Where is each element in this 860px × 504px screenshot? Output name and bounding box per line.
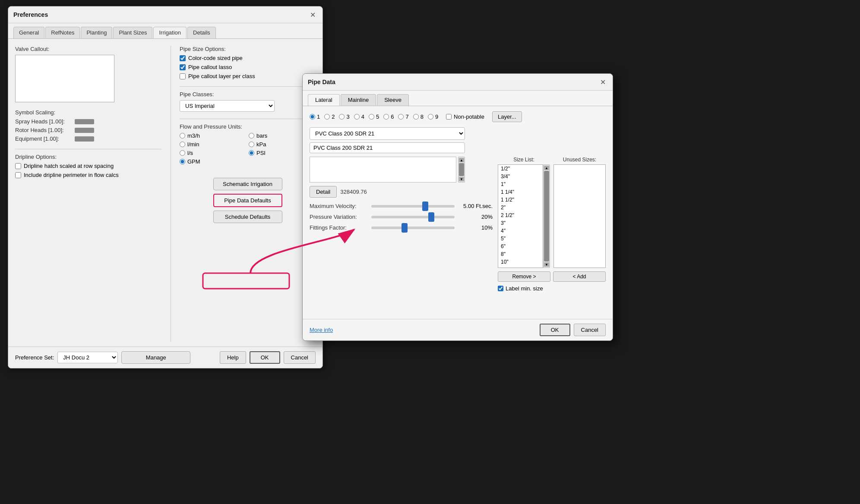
list-item[interactable]: 1 1/2"	[498, 196, 543, 204]
bars-label: bars	[256, 132, 267, 139]
radio-7-input[interactable]	[398, 114, 404, 120]
preferences-title: Preferences	[13, 11, 48, 18]
pipe-callout-layer-checkbox[interactable]	[180, 73, 186, 79]
remove-button[interactable]: Remove >	[498, 271, 550, 282]
non-potable-checkbox[interactable]	[446, 114, 452, 120]
ok-button[interactable]: OK	[250, 351, 280, 364]
tab-details[interactable]: Details	[187, 27, 216, 38]
pipe-class-dropdown[interactable]: PVC Class 200 SDR 21	[310, 127, 465, 140]
scroll-down-btn[interactable]: ▼	[459, 177, 464, 181]
dripline-hatch-checkbox[interactable]	[15, 163, 21, 169]
cancel-button[interactable]: Cancel	[284, 351, 316, 364]
non-potable-label: Non-potable	[454, 113, 484, 120]
gpm-radio[interactable]	[180, 159, 185, 164]
ls-label: l/s	[187, 150, 193, 156]
radio-3-input[interactable]	[339, 114, 345, 120]
schematic-irrigation-button[interactable]: Schematic Irrigation	[213, 178, 282, 190]
label-min-size-checkbox[interactable]	[498, 286, 503, 291]
list-item[interactable]: 12"	[498, 266, 543, 268]
list-item[interactable]: 2"	[498, 204, 543, 211]
list-item[interactable]: 6"	[498, 243, 543, 250]
list-item[interactable]: 5"	[498, 235, 543, 243]
unused-sizes-column: Unused Sizes:	[553, 157, 606, 268]
manage-button[interactable]: Manage	[121, 351, 190, 364]
list-item[interactable]: 3"	[498, 219, 543, 227]
radio-5-input[interactable]	[369, 114, 374, 120]
pipe-callout-lasso-checkbox[interactable]	[180, 64, 186, 70]
tab-lateral[interactable]: Lateral	[308, 94, 340, 106]
pipe-data-cancel-button[interactable]: Cancel	[574, 324, 606, 336]
tab-general[interactable]: General	[13, 27, 44, 38]
preferences-close-button[interactable]: ✕	[308, 10, 317, 19]
size-list-column: Size List: 1/2" 3/4" 1" 1 1/4" 1 1/2" 2"…	[498, 157, 550, 268]
list-item[interactable]: 2 1/2"	[498, 211, 543, 219]
rotor-heads-slider[interactable]	[75, 128, 94, 133]
radio-8-input[interactable]	[413, 114, 419, 120]
tab-mainline[interactable]: Mainline	[341, 94, 376, 106]
pipe-description-textarea[interactable]	[310, 157, 456, 183]
non-potable-check: Non-potable	[446, 113, 484, 120]
lmin-radio[interactable]	[180, 142, 185, 147]
pressure-variation-track[interactable]	[371, 216, 455, 218]
pipe-class-text-field[interactable]	[310, 142, 465, 153]
unused-sizes-box[interactable]	[553, 164, 606, 268]
ls-radio[interactable]	[180, 150, 185, 156]
psi-radio[interactable]	[249, 150, 254, 156]
list-item[interactable]: 1 1/4"	[498, 188, 543, 196]
layer-button[interactable]: Layer...	[492, 111, 522, 122]
detail-button[interactable]: Detail	[310, 186, 337, 198]
add-button[interactable]: < Add	[553, 271, 606, 282]
scroll-thumb[interactable]	[459, 163, 464, 176]
lmin-label: l/min	[187, 141, 199, 148]
list-item[interactable]: 4"	[498, 227, 543, 235]
size-list-scrollbar[interactable]: ▲ ▼	[543, 164, 550, 268]
scroll-up-btn[interactable]: ▲	[459, 158, 464, 162]
radio-4-label: 4	[361, 113, 364, 120]
tab-plant-sizes[interactable]: Plant Sizes	[113, 27, 152, 38]
equipment-slider[interactable]	[75, 136, 94, 142]
radio-4: 4	[354, 113, 364, 120]
size-list-box[interactable]: 1/2" 3/4" 1" 1 1/4" 1 1/2" 2" 2 1/2" 3" …	[498, 164, 543, 268]
fittings-factor-thumb[interactable]	[402, 223, 408, 233]
pipe-data-ok-button[interactable]: OK	[540, 324, 570, 336]
list-item[interactable]: 1/2"	[498, 165, 543, 173]
tab-irrigation[interactable]: Irrigation	[153, 27, 187, 38]
kpa-radio[interactable]	[249, 142, 254, 147]
schedule-defaults-button[interactable]: Schedule Defaults	[213, 211, 282, 223]
size-scroll-up[interactable]: ▲	[544, 166, 549, 170]
tab-refnotes[interactable]: RefNotes	[45, 27, 80, 38]
pipe-classes-dropdown[interactable]: US Imperial	[180, 100, 275, 112]
list-item[interactable]: 8"	[498, 250, 543, 258]
preference-set-dropdown[interactable]: JH Docu 2	[57, 352, 118, 363]
radio-2-input[interactable]	[324, 114, 330, 120]
radio-4-input[interactable]	[354, 114, 360, 120]
list-item[interactable]: 3/4"	[498, 173, 543, 180]
spray-heads-slider[interactable]	[75, 119, 94, 124]
pipe-data-defaults-button[interactable]: Pipe Data Defaults	[213, 194, 282, 207]
preference-set-section: Preference Set: JH Docu 2 Manage	[15, 351, 190, 364]
m3h-radio[interactable]	[180, 133, 185, 139]
radio-6-input[interactable]	[383, 114, 389, 120]
size-scroll-thumb[interactable]	[544, 171, 549, 261]
radio-9-input[interactable]	[428, 114, 433, 120]
tab-planting[interactable]: Planting	[81, 27, 112, 38]
bars-radio[interactable]	[249, 133, 254, 139]
help-button[interactable]: Help	[220, 351, 246, 364]
max-velocity-thumb[interactable]	[422, 202, 428, 211]
pressure-variation-thumb[interactable]	[428, 212, 434, 222]
dripline-perimeter-checkbox[interactable]	[15, 172, 21, 178]
radio-1-input[interactable]	[310, 114, 315, 120]
pipe-textarea-scrollbar[interactable]: ▲ ▼	[458, 157, 465, 183]
pipe-data-close-button[interactable]: ✕	[598, 77, 607, 87]
size-scroll-down[interactable]: ▼	[544, 262, 549, 267]
fittings-factor-track[interactable]	[371, 227, 455, 229]
valve-callout-box[interactable]	[15, 55, 114, 102]
tab-sleeve[interactable]: Sleeve	[377, 94, 409, 106]
list-item[interactable]: 10"	[498, 258, 543, 266]
list-item[interactable]: 1"	[498, 180, 543, 188]
max-velocity-track[interactable]	[371, 205, 455, 208]
pipe-data-content: 1 2 3 4 5 6 7	[303, 106, 613, 297]
more-info-link[interactable]: More info	[310, 327, 333, 333]
color-code-checkbox[interactable]	[180, 55, 186, 61]
equipment-row: Equipment [1.00]:	[15, 135, 162, 142]
